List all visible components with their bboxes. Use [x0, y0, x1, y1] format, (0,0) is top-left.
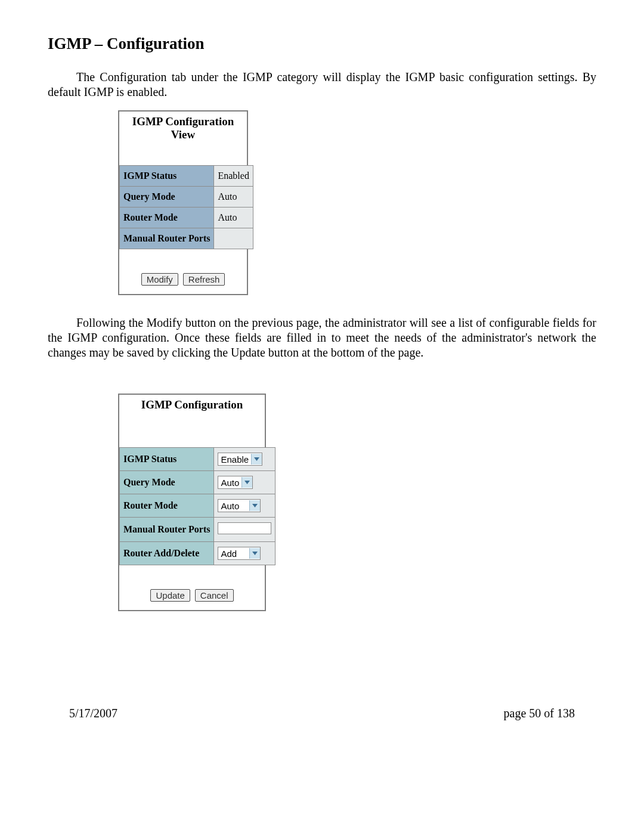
view-row-value: Enabled [214, 166, 253, 187]
router-mode-select[interactable]: Auto [218, 499, 261, 512]
intro-paragraph-2: Following the Modify button on the previ… [48, 315, 596, 360]
update-button[interactable]: Update [150, 589, 190, 602]
edit-row-label: IGMP Status [120, 448, 214, 471]
view-row-value [214, 228, 253, 249]
panel-view-title: IGMP Configuration View [119, 112, 247, 144]
footer-page: page 50 of 138 [504, 707, 575, 720]
panel-edit-title: IGMP Configuration [119, 395, 265, 414]
view-row-value: Auto [214, 187, 253, 208]
edit-row-label: Router Mode [120, 494, 214, 518]
footer-date: 5/17/2007 [69, 707, 117, 720]
query-mode-select[interactable]: Auto [218, 476, 253, 489]
chevron-down-icon [251, 454, 262, 465]
igmp-status-select[interactable]: Enable [218, 453, 262, 466]
view-row-label: Query Mode [120, 187, 214, 208]
section-heading: IGMP – Configuration [48, 35, 596, 53]
view-row-label: Router Mode [120, 208, 214, 228]
modify-button[interactable]: Modify [141, 273, 178, 286]
refresh-button[interactable]: Refresh [183, 273, 225, 286]
edit-row-label: Query Mode [120, 471, 214, 494]
edit-row-label: Manual Router Ports [120, 518, 214, 542]
router-add-delete-select[interactable]: Add [218, 547, 261, 560]
intro-paragraph-1: The Configuration tab under the IGMP cat… [48, 70, 596, 100]
select-value: Auto [218, 501, 242, 511]
manual-router-ports-input[interactable] [218, 522, 271, 534]
chevron-down-icon [249, 548, 260, 559]
igmp-config-edit-panel: IGMP Configuration IGMP Status Enable [118, 394, 266, 611]
select-value: Enable [218, 454, 251, 465]
cancel-button[interactable]: Cancel [195, 589, 234, 602]
select-value: Add [218, 549, 239, 559]
chevron-down-icon [242, 477, 252, 488]
select-value: Auto [218, 478, 242, 488]
view-row-value: Auto [214, 208, 253, 228]
chevron-down-icon [249, 500, 260, 511]
edit-row-label: Router Add/Delete [120, 542, 214, 565]
igmp-config-view-panel: IGMP Configuration View IGMP Status Enab… [118, 110, 248, 295]
view-row-label: IGMP Status [120, 166, 214, 187]
view-row-label: Manual Router Ports [120, 228, 214, 249]
